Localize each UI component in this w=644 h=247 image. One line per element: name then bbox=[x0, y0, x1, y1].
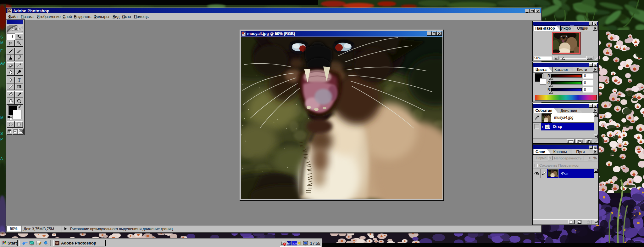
svg-text:A: A bbox=[0, 157, 3, 161]
svg-text:AV: AV bbox=[0, 61, 5, 66]
svg-text:S: S bbox=[0, 131, 3, 136]
svg-text:F: F bbox=[0, 49, 3, 53]
svg-text:S: S bbox=[0, 35, 3, 39]
svg-text:M: M bbox=[0, 41, 3, 45]
svg-text:P: P bbox=[0, 137, 3, 141]
svg-text:T: T bbox=[18, 78, 20, 83]
svg-text:M: M bbox=[0, 116, 3, 120]
svg-text:3Com: 3Com bbox=[292, 243, 297, 245]
